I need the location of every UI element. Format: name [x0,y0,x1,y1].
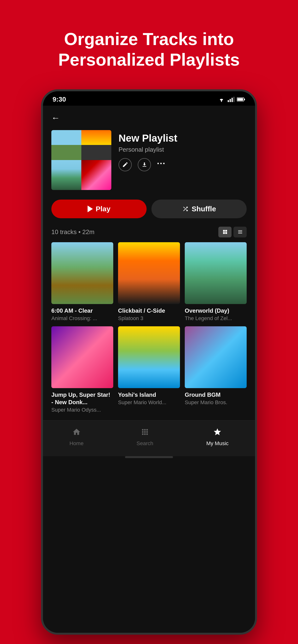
phone-mockup: 9:30 ← [41,89,257,635]
nav-mymusic-label: My Music [206,440,229,446]
art-cell-1 [51,130,81,160]
nav-item-home[interactable]: Home [65,425,88,449]
status-time: 9:30 [53,96,66,103]
track-title: Clickbait / C-Side [118,307,180,314]
view-toggle [218,227,247,238]
svg-rect-2 [230,99,231,102]
track-grid: 6:00 AM - Clear Animal Crossing: ... Cli… [43,242,255,420]
track-count: 10 tracks • 22m [51,228,95,236]
track-thumbnail [185,242,247,304]
playlist-info: New Playlist Personal playlist ··· [118,130,247,171]
art-cell-4 [81,160,111,190]
track-thumbnail [51,326,113,388]
bottom-nav: Home Search My Music [43,420,255,456]
status-icons [218,97,245,102]
track-count-row: 10 tracks • 22m [43,224,255,242]
mymusic-icon [213,428,222,438]
track-subtitle: Super Mario World... [118,400,180,406]
play-icon [88,206,93,212]
art-cell-2 [81,130,111,160]
track-card[interactable]: Ground BGM Super Mario Bros. [185,326,247,413]
search-icon [140,428,149,438]
play-label: Play [96,205,111,213]
art-cell-3 [51,160,81,190]
edit-button[interactable] [118,158,132,171]
list-icon [238,229,243,234]
promo-line1: Organize Tracks into [64,30,234,49]
track-subtitle: Super Mario Bros. [185,400,247,406]
play-button[interactable]: Play [51,200,146,218]
battery-icon [237,97,245,102]
svg-rect-3 [232,98,233,102]
notch [138,94,160,103]
track-title: Jump Up, Super Star! - New Donk... [51,391,113,406]
playlist-title: New Playlist [118,132,247,144]
track-card[interactable]: Jump Up, Super Star! - New Donk... Super… [51,326,113,413]
grid-view-button[interactable] [218,227,232,238]
svg-rect-1 [228,100,229,102]
svg-point-0 [221,101,222,102]
track-title: Yoshi's Island [118,391,180,398]
play-shuffle-row: Play Shuffle [43,195,255,224]
promo-line2: Personalized Playlists [58,50,240,69]
nav-home-label: Home [69,440,83,446]
track-card[interactable]: 6:00 AM - Clear Animal Crossing: ... [51,242,113,322]
grid-icon [222,229,228,234]
promo-heading: Organize Tracks into Personalized Playli… [39,0,259,89]
home-indicator [125,456,173,458]
track-subtitle: Splatoon 3 [118,315,180,322]
track-subtitle: The Legend of Zel... [185,315,247,322]
track-thumbnail [51,242,113,304]
track-card[interactable]: Yoshi's Island Super Mario World... [118,326,180,413]
wifi-icon [218,97,225,102]
track-thumbnail [185,326,247,388]
playlist-art [51,130,111,190]
svg-rect-6 [244,99,245,100]
shuffle-icon [182,206,189,212]
track-thumbnail [118,326,180,388]
svg-rect-7 [237,98,243,100]
nav-search-label: Search [136,440,153,446]
edit-icon [122,162,128,168]
download-button[interactable] [138,158,151,171]
track-subtitle: Super Mario Odyss... [51,407,113,413]
signal-icon [228,97,234,102]
nav-item-search[interactable]: Search [132,425,158,449]
more-button[interactable]: ··· [157,158,166,169]
back-button[interactable]: ← [43,106,255,125]
playlist-header: New Playlist Personal playlist ··· [43,125,255,195]
track-card[interactable]: Overworld (Day) The Legend of Zel... [185,242,247,322]
track-card[interactable]: Clickbait / C-Side Splatoon 3 [118,242,180,322]
status-bar: 9:30 [43,91,255,106]
track-title: Ground BGM [185,391,247,398]
shuffle-button[interactable]: Shuffle [152,200,247,218]
download-icon [141,162,147,168]
track-thumbnail [118,242,180,304]
playlist-actions: ··· [118,158,247,171]
list-view-button[interactable] [233,227,247,238]
home-icon [72,428,81,438]
track-title: 6:00 AM - Clear [51,307,113,314]
svg-rect-4 [233,97,234,102]
nav-item-mymusic[interactable]: My Music [202,425,233,449]
track-subtitle: Animal Crossing: ... [51,315,113,322]
track-title: Overworld (Day) [185,307,247,314]
app-content: ← New Playlist Personal playlis [43,106,255,633]
playlist-subtitle: Personal playlist [118,146,247,153]
shuffle-label: Shuffle [192,205,216,213]
